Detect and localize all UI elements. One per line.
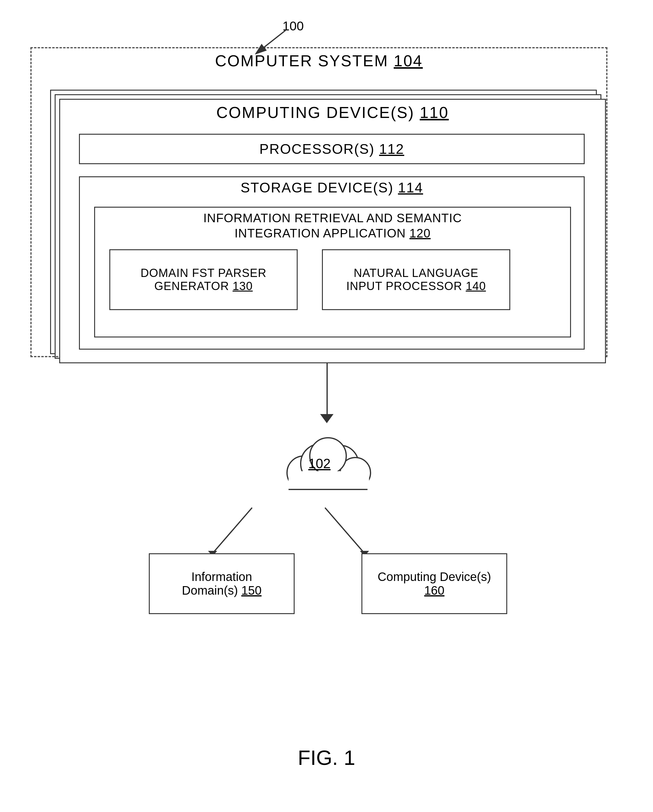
domain-fst-ref: 130 (233, 280, 253, 293)
arrow-100-svg (255, 24, 292, 55)
domain-fst-box: DOMAIN FST PARSER GENERATOR 130 (110, 249, 298, 310)
fig-label: FIG. 1 (0, 746, 653, 769)
comp-dev-160-line1: Computing Device(s) (377, 570, 491, 584)
info-domain-line2-text: Domain(s) (182, 584, 238, 597)
irsi-line2-text: INTEGRATION APPLICATION (234, 226, 406, 240)
storage-label: STORAGE DEVICE(S) 114 (79, 179, 585, 196)
proc-text: PROCESSOR(S) (259, 141, 374, 157)
info-domain-ref: 150 (241, 584, 262, 597)
processor-label: PROCESSOR(S) 112 (259, 141, 404, 157)
info-domain-line2: Domain(s) 150 (182, 584, 262, 597)
proc-ref: 112 (379, 141, 404, 157)
nlip-line2: INPUT PROCESSOR 140 (346, 280, 486, 293)
svg-line-1 (264, 31, 286, 47)
irsi-ref: 120 (409, 226, 431, 240)
info-domain-line1: Information (191, 570, 252, 584)
computer-system-label: COMPUTER SYSTEM 104 (30, 52, 607, 70)
svg-line-11 (325, 508, 364, 553)
svg-rect-7 (289, 471, 369, 496)
domain-fst-line2: GENERATOR 130 (154, 280, 253, 293)
cd-ref: 110 (420, 104, 449, 121)
info-domain-box: Information Domain(s) 150 (149, 553, 295, 614)
nlip-box: NATURAL LANGUAGE INPUT PROCESSOR 140 (322, 249, 510, 310)
cs-ref: 104 (394, 52, 423, 70)
arrow-down (320, 414, 333, 423)
svg-line-9 (213, 508, 252, 553)
computing-device-label: COMPUTING DEVICE(S) 110 (59, 103, 606, 122)
storage-ref: 114 (398, 180, 423, 195)
cs-label-text: COMPUTER SYSTEM (215, 52, 388, 70)
storage-text: STORAGE DEVICE(S) (240, 180, 393, 195)
cd-label-text: COMPUTING DEVICE(S) (216, 104, 414, 121)
domain-fst-line1: DOMAIN FST PARSER (141, 267, 267, 280)
domain-fst-line2-text: GENERATOR (154, 280, 229, 293)
cloud-ref: 102 (308, 456, 330, 471)
vert-line-top (327, 357, 328, 418)
irsi-label-line1: INFORMATION RETRIEVAL AND SEMANTIC (94, 211, 571, 225)
comp-dev-160-box: Computing Device(s) 160 (361, 553, 507, 614)
diagram-page: 100 COMPUTER SYSTEM 104 COMPUTING DEVICE… (0, 0, 653, 812)
irsi-label-line2: INTEGRATION APPLICATION 120 (94, 226, 571, 240)
nlip-line1: NATURAL LANGUAGE (354, 267, 479, 280)
nlip-ref: 140 (466, 280, 486, 293)
processor-box: PROCESSOR(S) 112 (79, 134, 585, 164)
comp-dev-160-line2: 160 (424, 584, 444, 597)
nlip-line2-text: INPUT PROCESSOR (346, 280, 462, 293)
